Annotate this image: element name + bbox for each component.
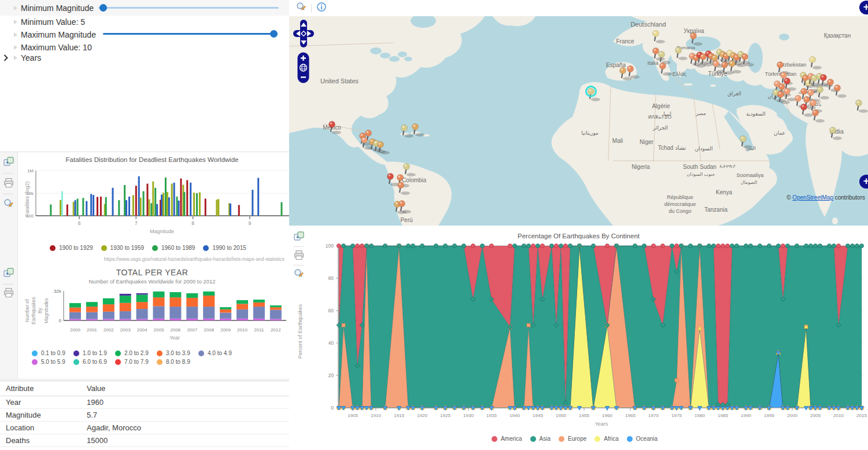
stacked-bar-segment[interactable] [69,303,81,308]
stacked-bar-segment[interactable] [220,307,231,309]
fatality-bar[interactable] [190,183,191,216]
legend-item[interactable]: 3.0 to 3.9 [157,350,190,356]
fatality-bar[interactable] [183,192,185,216]
fatality-bar[interactable] [193,193,195,216]
legend-item[interactable]: 4.0 to 4.9 [198,350,232,356]
fatality-bar[interactable] [100,197,102,216]
legend-item[interactable]: 1990 to 2015 [203,245,246,251]
fatality-bar[interactable] [150,203,152,216]
fatality-bar[interactable] [156,204,158,216]
fatality-bar[interactable] [97,197,98,216]
stacked-bar-segment[interactable] [153,319,165,320]
fatality-bar[interactable] [138,176,140,216]
fatality-bar[interactable] [128,197,130,216]
stacked-bar-segment[interactable] [136,319,148,320]
stacked-bar-segment[interactable] [220,309,231,313]
fatality-bar[interactable] [135,186,137,216]
legend-item[interactable]: Oceania [627,436,658,442]
stacked-bar-segment[interactable] [237,309,248,319]
stacked-bar-segment[interactable] [120,319,131,320]
stacked-bar-segment[interactable] [136,302,148,309]
stacked-bar-segment[interactable] [103,312,114,319]
fatality-bar[interactable] [173,183,175,216]
stacked-bar-segment[interactable] [169,297,181,307]
map-pan-control[interactable] [293,19,315,50]
fatality-bar[interactable] [146,184,148,216]
stacked-bar-segment[interactable] [120,303,131,311]
fatality-bar[interactable] [132,195,134,216]
stacked-bar-segment[interactable] [69,319,81,320]
export-icon[interactable] [3,268,14,278]
fatality-bar[interactable] [82,198,84,216]
stacked-bar-segment[interactable] [203,292,215,296]
world-map[interactable]: United StatesMéxicoColombiaPerúFranceDeu… [289,16,868,226]
fatality-bar[interactable] [196,193,198,216]
stacked-bar-segment[interactable] [186,298,198,307]
stacked-bar-segment[interactable] [220,319,231,320]
legend-item[interactable]: 7.0 to 7.9 [115,359,149,365]
zoom-select-icon[interactable] [294,268,304,279]
stacked-bar-segment[interactable] [270,310,282,319]
legend-item[interactable]: 1.0 to 1.9 [73,350,107,356]
max-magnitude-slider-handle[interactable] [270,30,278,38]
legend-item[interactable]: Asia [530,436,551,442]
fatality-bar[interactable] [140,198,142,216]
fatality-bar[interactable] [61,191,63,216]
max-magnitude-slider[interactable] [103,30,278,37]
fatality-bar[interactable] [165,178,167,216]
print-icon[interactable] [3,287,14,298]
fatality-bar[interactable] [199,192,201,216]
stacked-bar-segment[interactable] [120,294,131,296]
stacked-bar-segment[interactable] [120,296,131,303]
fatality-bar[interactable] [162,193,164,216]
legend-item[interactable]: 5.0 to 5.9 [32,359,65,365]
map-pin[interactable] [412,124,425,137]
fatality-bar[interactable] [238,205,240,216]
stacked-bar-segment[interactable] [270,305,282,307]
stacked-bar-segment[interactable] [186,293,198,298]
legend-item[interactable]: 1930 to 1959 [101,245,144,251]
legend-item[interactable]: Europe [559,436,586,442]
stacked-bar-segment[interactable] [86,307,98,312]
fatality-bar[interactable] [257,178,259,216]
fatality-bar[interactable] [152,182,154,216]
map-zoom-control[interactable] [297,52,309,86]
legend-item[interactable]: 8.0 to 8.9 [157,359,190,365]
zoom-select-icon[interactable] [3,198,14,209]
stacked-bar-segment[interactable] [153,292,165,297]
fatality-bar[interactable] [73,202,75,216]
fatalities-chart-plot[interactable]: 10010k1M6789Magnitude [17,165,289,238]
stacked-bar-segment[interactable] [203,319,215,320]
stacked-bar-segment[interactable] [270,307,282,309]
stacked-bar-segment[interactable] [169,292,181,297]
stacked-bar-segment[interactable] [86,319,98,320]
stacked-bar-segment[interactable] [136,293,148,294]
fatality-bar[interactable] [252,190,253,216]
fatality-bar[interactable] [186,180,188,216]
stacked-bar-segment[interactable] [153,297,165,306]
legend-item[interactable]: 0.1 to 0.9 [32,350,65,356]
stacked-bar-segment[interactable] [253,303,265,307]
stacked-bar-segment[interactable] [120,311,131,319]
stacked-bar-segment[interactable] [203,307,215,319]
fatality-bar[interactable] [161,194,162,216]
fatality-bar[interactable] [60,200,61,216]
stacked-bar-segment[interactable] [270,319,282,320]
stacked-bar-segment[interactable] [169,307,181,319]
stacked-bar-segment[interactable] [253,300,265,303]
continent-chart-plot[interactable]: 0204060801001905191019151920192519301935… [306,228,868,437]
fatality-bar[interactable] [154,188,156,216]
stacked-bar-segment[interactable] [203,296,215,307]
stacked-bar-segment[interactable] [69,312,81,319]
legend-item[interactable]: Africa [594,436,619,442]
openstreetmap-link[interactable]: OpenStreetMap [792,194,833,201]
fatality-bar[interactable] [112,188,113,216]
stacked-bar-segment[interactable] [153,306,165,319]
map-zoom-select-icon[interactable] [296,2,306,14]
export-icon[interactable] [3,157,14,167]
fatality-bar[interactable] [180,179,182,216]
stacked-bar-segment[interactable] [103,298,114,304]
fatality-bar[interactable] [90,194,92,216]
map-canvas[interactable]: United StatesMéxicoColombiaPerúFranceDeu… [289,16,868,226]
map-pin[interactable] [401,125,414,138]
